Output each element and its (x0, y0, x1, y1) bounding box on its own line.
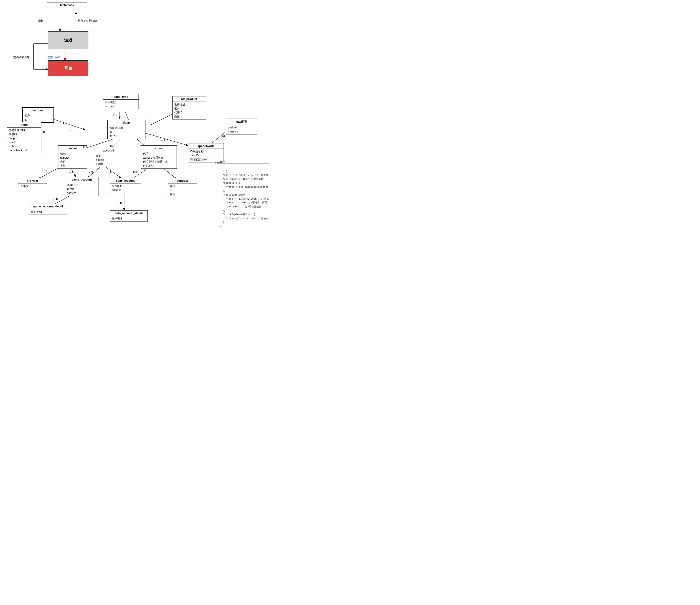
svg-line-9 (51, 119, 85, 130)
svg-line-15 (146, 133, 188, 146)
trans-field-0: 交易单商户ID (9, 128, 40, 132)
wallet-field-0: 钱包 (60, 152, 85, 156)
diagram-container: Metamask 调起 结果：交易Hash 游戏 交易结果通知 交易（API） … (0, 0, 264, 233)
rel-dapptype-dapp: 1: n (112, 114, 117, 117)
rel-account-ga: 1: n (89, 170, 93, 173)
dapp-type-title: dapp_type (103, 94, 139, 100)
account-box: account 账户 dappid userId (94, 148, 123, 167)
game-box: 游戏 (48, 31, 89, 49)
ga-field-2: address (67, 191, 96, 195)
rel-merchant-dapp: 1:n (62, 122, 67, 125)
label-notify: 交易结果通知 (14, 55, 29, 59)
dapp-type-body: 应用类型 pc、app (103, 100, 139, 109)
rel-ca-cad: 1: n (117, 201, 122, 204)
merchant-box: merchant 商户 ID (22, 107, 54, 123)
platform-title: 平台 (62, 65, 74, 72)
nft-product-box: nft_product 名称描述 图片 代币ID 数量 (172, 96, 206, 120)
coins-field-1: walletID代币名称 (143, 156, 175, 160)
account-body: 账户 dappid userId (94, 153, 123, 167)
metamask-box: Metamask (47, 2, 87, 8)
wallet-field-3: 类型 (60, 164, 85, 168)
rel-dapp-wallet: 1: n (83, 146, 87, 149)
dapp-box: dapp 区块链应用 ID 商户ID (107, 120, 146, 139)
cad-title: coin_account_detail (110, 210, 148, 216)
coins-field-2: 代币类型（代币、nft） (143, 160, 175, 164)
game-account-detail-box: game_account_detail 账户明细 (29, 204, 67, 215)
nft-product-body: 名称描述 图片 代币ID 数量 (173, 102, 206, 119)
wallet-field-1: dappID (60, 156, 85, 160)
json-box: { "chainId": "0x38", // id，16进制字符串 "chai… (217, 163, 269, 233)
rel-rpc-gas: 1:1 (222, 134, 225, 137)
rel-wallet-ga: 1:1 (69, 170, 73, 173)
coin-account-detail-box: coin_account_detail 账户明细 (110, 210, 148, 222)
rel-dapp-trans: 1:n (69, 128, 73, 131)
trans-field-4: txHash (9, 144, 40, 148)
gas-config-body: gaslimit gasprice (226, 125, 257, 134)
merchant-body: 商户 ID (23, 113, 53, 122)
gad-body: 账户明细 (29, 209, 67, 215)
contract-box: contract 合约 ID 代码 (168, 178, 197, 197)
contract-field-1: ID (170, 188, 195, 192)
account-field-0: 账户 (96, 154, 121, 158)
svg-line-16 (210, 130, 228, 144)
browser-body: 浏览器 (18, 183, 47, 189)
wallet-field-2: 名称 (60, 160, 85, 164)
rpcnetwork-body: ID网络名称 dappID 网络配置（json） (188, 149, 224, 162)
dapp-field-0: ID (109, 130, 144, 134)
rpcnetwork-box: rpcnetwork ID网络名称 dappID 网络配置（json） (188, 143, 224, 162)
cad-body: 账户明细 (110, 216, 148, 221)
gad-field-0: 账户明细 (31, 210, 65, 214)
nft-field-2: 代币ID (174, 110, 204, 115)
dapp-type-box: dapp_type 应用类型 pc、app (103, 94, 139, 109)
coin-account-body: 代币账户 address (110, 183, 141, 193)
coins-body: 代币 walletID代币名称 代币类型（代币、nft） 合约地址 (141, 151, 177, 169)
coins-field-0: 代币 (143, 152, 175, 156)
platform-box: 平台 (48, 60, 89, 76)
rpc-field-1: dappID (190, 153, 222, 157)
dapp-type-field-0: 应用类型 (105, 100, 137, 104)
ca-field-1: address (112, 188, 139, 192)
merchant-field-0: 商户 (24, 114, 52, 118)
rel-coins-contract: 1:1 (166, 171, 170, 174)
browser-title: browser (18, 178, 47, 183)
trans-field-3: coinID (9, 140, 40, 144)
trans-box: trans 交易单商户ID 钱包ID dappID coinID txHash … (7, 122, 42, 153)
gas-field-1: gasprice (228, 130, 255, 133)
label-result: 结果：交易Hash (78, 19, 98, 23)
browser-field-0: 浏览器 (20, 184, 45, 188)
dapp-type-field-1: pc、app (105, 104, 137, 108)
wallet-box: wallet 钱包 dappID 名称 类型 (58, 146, 87, 169)
nft-product-title: nft_product (173, 96, 206, 102)
trans-field-2: dappID (9, 136, 40, 140)
rel-coins-ca: n:n (133, 171, 137, 174)
label-invoke: 调起 (38, 19, 44, 23)
rel-dapp-coins: 1: n (136, 144, 141, 147)
game-account-body: 游戏账户 代币id address (65, 182, 98, 196)
metamask-title: Metamask (47, 2, 87, 8)
rel-dapp-account: 1:1 (110, 144, 114, 147)
rel-account-ca: 1: n (110, 170, 114, 173)
contract-body: 合约 ID 代码 (168, 183, 197, 197)
cad-field-0: 账户明细 (112, 217, 146, 221)
game-title: 游戏 (62, 37, 74, 44)
account-title: account (94, 148, 123, 153)
ca-field-0: 代币账户 (112, 184, 139, 188)
gas-config-title: gas配置 (226, 119, 257, 125)
gas-field-0: gaslimit (228, 126, 255, 130)
contract-field-0: 合约 (170, 184, 195, 188)
merchant-field-1: ID (24, 118, 52, 122)
json-content: { "chainId": "0x38", // id，16进制字符串 "chai… (220, 170, 269, 228)
label-json-format: json格式 (216, 161, 225, 164)
coins-title: coins (141, 146, 177, 151)
trans-field-5: trans_block_url (9, 148, 40, 152)
dapp-subtitle: 区块链应用 (109, 126, 144, 130)
trans-body: 交易单商户ID 钱包ID dappID coinID txHash trans_… (7, 128, 41, 153)
coins-field-3: 合约地址 (143, 164, 175, 168)
coins-box: coins 代币 walletID代币名称 代币类型（代币、nft） 合约地址 (141, 146, 177, 169)
dapp-title: dapp (108, 120, 145, 125)
game-account-box: game_account 游戏账户 代币id address (65, 177, 98, 196)
contract-title: contract (168, 178, 197, 183)
game-account-title: game_account (65, 177, 98, 182)
nft-field-0: 名称描述 (174, 102, 204, 106)
dapp-body: 区块链应用 ID 商户ID (108, 125, 145, 139)
